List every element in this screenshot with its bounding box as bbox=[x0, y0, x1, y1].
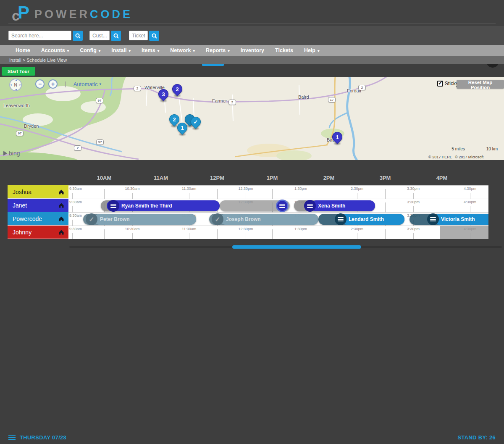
nav-item-home[interactable]: Home bbox=[10, 45, 36, 56]
route-shield: 97 bbox=[16, 131, 24, 136]
nav-item-label: Accounts bbox=[41, 47, 65, 53]
compass-control[interactable]: N ▲ ▼ ◂ ▸ bbox=[9, 79, 22, 91]
map-canvas[interactable]: LeavenworthDrydenWatervilleFarmerBairdFo… bbox=[0, 77, 504, 160]
half-hour-tick bbox=[189, 233, 189, 239]
map-town-label: Baird bbox=[298, 95, 309, 100]
zoom-in-button[interactable]: + bbox=[48, 79, 58, 89]
map-town-label: Farmer bbox=[212, 98, 227, 103]
home-icon[interactable] bbox=[58, 202, 64, 208]
ticket-search-button[interactable] bbox=[149, 31, 159, 41]
half-hour-tick bbox=[413, 193, 414, 199]
footer-standby-count: STAND BY: 26 bbox=[457, 434, 496, 441]
appointment-label: Xena Smith bbox=[318, 200, 345, 211]
appointment-menu-icon[interactable] bbox=[304, 200, 316, 212]
header-divider bbox=[8, 24, 496, 24]
appointment-menu-icon[interactable] bbox=[276, 200, 289, 212]
control-separator: | bbox=[65, 81, 66, 87]
hour-tick bbox=[217, 189, 218, 199]
technician-name: Powercode bbox=[13, 215, 42, 222]
hour-tick bbox=[442, 202, 442, 213]
chevron-down-icon: ▾ bbox=[99, 49, 101, 53]
half-hour-tick bbox=[132, 233, 133, 239]
technician-name: Johnny bbox=[13, 229, 32, 236]
half-hour-tick bbox=[470, 193, 470, 199]
appointment-bar[interactable]: Lendard Smith bbox=[318, 214, 404, 225]
nav-item-config[interactable]: Config▾ bbox=[74, 45, 106, 56]
appointment-menu-icon[interactable] bbox=[335, 213, 346, 225]
home-icon[interactable] bbox=[58, 189, 64, 195]
hour-tick bbox=[272, 189, 273, 199]
technician-row-label[interactable]: Janet bbox=[8, 199, 68, 212]
appointment-label: Lendard Smith bbox=[349, 214, 384, 225]
search-input[interactable] bbox=[8, 31, 71, 40]
powercode-logo[interactable]: c P POWERCODE bbox=[12, 3, 133, 23]
half-hour-tick bbox=[301, 193, 301, 199]
nav-item-install[interactable]: Install▾ bbox=[106, 45, 136, 56]
appointment-bar[interactable]: ✓Peter Brown bbox=[83, 214, 196, 225]
reset-map-position-button[interactable]: Reset Map Position bbox=[457, 80, 504, 89]
home-icon[interactable] bbox=[58, 229, 64, 235]
footer-date: THURSDAY 07/28 bbox=[20, 434, 66, 441]
half-hour-tick bbox=[413, 233, 414, 239]
customer-search-button[interactable] bbox=[111, 31, 121, 41]
appointment-menu-icon[interactable] bbox=[427, 213, 439, 225]
appointment-label: Ryan Smith the Third bbox=[121, 200, 172, 211]
check-icon: ✓ bbox=[191, 117, 200, 126]
bing-logo[interactable]: bing bbox=[3, 150, 20, 157]
timeline-row-joshua: 9:30am10:30am11:30am12:30pm1:30pm2:30pm3… bbox=[68, 186, 488, 199]
route-shield: 2 bbox=[358, 85, 366, 90]
appointment-label: Joseph Brown bbox=[226, 214, 261, 225]
schedule-live-view: 10AM11AM12PM1PM2PM3PM4PM JoshuaJanetPowe… bbox=[0, 172, 504, 244]
chevron-down-icon: ▾ bbox=[193, 49, 195, 53]
timeline-scrollbar-track[interactable] bbox=[69, 246, 502, 248]
compass-up-arrow: ▲ bbox=[15, 79, 18, 81]
technician-name-column: JoshuaJanetPowercodeJohnny bbox=[8, 185, 68, 239]
technician-row-label[interactable]: Powercode bbox=[8, 212, 68, 226]
appointment-bar[interactable] bbox=[440, 226, 488, 239]
hamburger-lines-icon bbox=[307, 205, 313, 206]
chevron-down-icon: ▾ bbox=[129, 49, 131, 53]
pin-count-label: 2 bbox=[173, 84, 182, 94]
nav-item-label: Network bbox=[170, 47, 191, 53]
nav-item-reports[interactable]: Reports▾ bbox=[200, 45, 235, 56]
technician-row-label[interactable]: Johnny bbox=[8, 226, 68, 239]
zoom-out-button[interactable]: − bbox=[35, 79, 45, 89]
logo-mark-icon: c P bbox=[12, 3, 31, 23]
route-shield: 97 bbox=[96, 98, 103, 103]
half-hour-tick bbox=[301, 233, 301, 239]
time-tick-label: 3:30pm bbox=[407, 200, 420, 204]
nav-item-items[interactable]: Items▾ bbox=[136, 45, 165, 56]
time-tick-label: 2:30pm bbox=[351, 227, 363, 231]
sticky-checkbox[interactable]: Sticky bbox=[437, 81, 458, 87]
nav-item-label: Reports bbox=[206, 47, 226, 53]
appointment-check-icon[interactable]: ✓ bbox=[212, 213, 223, 225]
nav-item-tickets[interactable]: Tickets bbox=[270, 45, 299, 56]
appointment-menu-icon[interactable] bbox=[108, 200, 119, 212]
hour-tick bbox=[161, 229, 161, 239]
hour-tick bbox=[385, 202, 386, 213]
chevron-down-icon: ▾ bbox=[228, 49, 230, 53]
hour-tick bbox=[385, 229, 386, 239]
appointment-check-icon[interactable]: ✓ bbox=[86, 213, 97, 225]
nav-bar: HomeAccounts▾Config▾Install▾Items▾Networ… bbox=[0, 45, 504, 56]
map-style-select[interactable]: Automatic ▾ bbox=[74, 81, 101, 87]
search-button[interactable] bbox=[73, 31, 83, 41]
appointment-bar[interactable] bbox=[220, 200, 290, 211]
home-icon[interactable] bbox=[58, 216, 64, 222]
customer-search-input[interactable] bbox=[89, 31, 110, 40]
timeline-scrollbar-thumb[interactable] bbox=[232, 245, 361, 249]
ticket-search-input[interactable] bbox=[129, 31, 148, 40]
nav-item-help[interactable]: Help▾ bbox=[299, 45, 325, 56]
technician-row-label[interactable]: Joshua bbox=[8, 185, 68, 199]
hamburger-lines-icon bbox=[430, 219, 436, 220]
nav-item-accounts[interactable]: Accounts▾ bbox=[36, 45, 74, 56]
appointment-bar[interactable]: ✓Joseph Brown bbox=[209, 214, 318, 225]
appointment-bar[interactable]: Xena Smith bbox=[294, 200, 375, 211]
footer-menu-icon[interactable] bbox=[8, 435, 16, 436]
nav-item-inventory[interactable]: Inventory bbox=[235, 45, 270, 56]
start-tour-button[interactable]: Start Tour bbox=[2, 67, 35, 76]
appointment-bar[interactable]: Ryan Smith the Third bbox=[101, 200, 220, 211]
half-hour-tick bbox=[132, 193, 133, 199]
appointment-bar[interactable]: Victoria Smith bbox=[410, 214, 488, 225]
nav-item-network[interactable]: Network▾ bbox=[165, 45, 200, 56]
